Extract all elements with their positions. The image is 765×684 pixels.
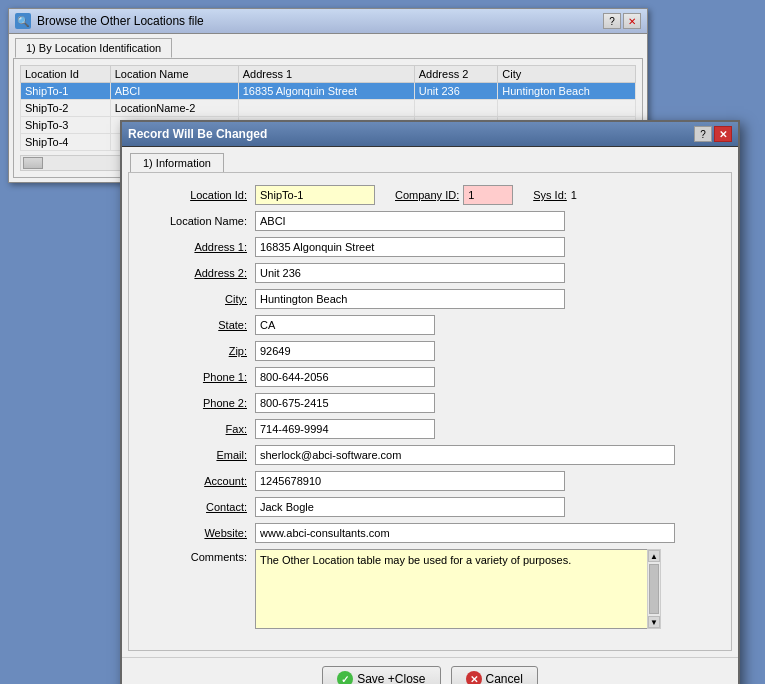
city-input[interactable] (255, 289, 565, 309)
website-input[interactable] (255, 523, 675, 543)
account-label: Account: (145, 475, 255, 487)
phone1-label: Phone 1: (145, 371, 255, 383)
scroll-thumb[interactable] (649, 564, 659, 614)
location-name-label: Location Name: (145, 215, 255, 227)
table-row[interactable]: ShipTo-2LocationName-2 (21, 100, 636, 117)
cancel-label: Cancel (486, 672, 523, 684)
scroll-down-arrow[interactable]: ▼ (648, 616, 660, 628)
account-row: Account: (145, 471, 715, 491)
state-row: State: (145, 315, 715, 335)
scroll-up-arrow[interactable]: ▲ (648, 550, 660, 562)
record-dialog-title: Record Will Be Changed (128, 127, 267, 141)
address1-row: Address 1: (145, 237, 715, 257)
col-address2: Address 2 (414, 66, 498, 83)
email-input[interactable] (255, 445, 675, 465)
comments-scrollbar[interactable]: ▲ ▼ (647, 549, 661, 629)
browse-titlebar: 🔍 Browse the Other Locations file ? ✕ (9, 9, 647, 34)
table-row[interactable]: ShipTo-1ABCI16835 Algonquin StreetUnit 2… (21, 83, 636, 100)
fax-row: Fax: (145, 419, 715, 439)
fax-label: Fax: (145, 423, 255, 435)
address1-input[interactable] (255, 237, 565, 257)
record-form-content: Location Id: Company ID: Sys Id: 1 Locat… (128, 172, 732, 651)
save-close-button[interactable]: ✓ Save +Close (322, 666, 440, 684)
email-label: Email: (145, 449, 255, 461)
city-row: City: (145, 289, 715, 309)
sys-id-value: 1 (571, 189, 577, 201)
phone2-input[interactable] (255, 393, 435, 413)
col-city: City (498, 66, 636, 83)
phone2-label: Phone 2: (145, 397, 255, 409)
contact-row: Contact: (145, 497, 715, 517)
browse-window-title: Browse the Other Locations file (37, 14, 204, 28)
phone2-row: Phone 2: (145, 393, 715, 413)
browse-close-button[interactable]: ✕ (623, 13, 641, 29)
company-id-label: Company ID: (395, 189, 459, 201)
browse-window-icon: 🔍 (15, 13, 31, 29)
fax-input[interactable] (255, 419, 435, 439)
tab-information[interactable]: 1) Information (130, 153, 224, 172)
record-tab-bar: 1) Information (122, 147, 738, 172)
city-label: City: (145, 293, 255, 305)
address2-input[interactable] (255, 263, 565, 283)
address2-label: Address 2: (145, 267, 255, 279)
record-titlebar: Record Will Be Changed ? ✕ (122, 122, 738, 147)
tab-by-location-identification[interactable]: 1) By Location Identification (15, 38, 172, 58)
cancel-icon: ✕ (466, 671, 482, 684)
scrollbar-thumb[interactable] (23, 157, 43, 169)
record-close-button[interactable]: ✕ (714, 126, 732, 142)
state-input[interactable] (255, 315, 435, 335)
browse-help-button[interactable]: ? (603, 13, 621, 29)
contact-label: Contact: (145, 501, 255, 513)
dialog-footer: ✓ Save +Close ✕ Cancel (122, 657, 738, 684)
save-icon: ✓ (337, 671, 353, 684)
zip-row: Zip: (145, 341, 715, 361)
location-name-input[interactable] (255, 211, 565, 231)
account-input[interactable] (255, 471, 565, 491)
website-label: Website: (145, 527, 255, 539)
phone1-input[interactable] (255, 367, 435, 387)
location-name-row: Location Name: (145, 211, 715, 231)
state-label: State: (145, 319, 255, 331)
zip-label: Zip: (145, 345, 255, 357)
comments-label: Comments: (145, 549, 255, 563)
browse-tab-bar: 1) By Location Identification (9, 34, 647, 58)
location-id-label: Location Id: (145, 189, 255, 201)
address2-row: Address 2: (145, 263, 715, 283)
col-location-id: Location Id (21, 66, 111, 83)
sys-id-label: Sys Id: (533, 189, 567, 201)
zip-input[interactable] (255, 341, 435, 361)
email-row: Email: (145, 445, 715, 465)
contact-input[interactable] (255, 497, 565, 517)
col-location-name: Location Name (110, 66, 238, 83)
col-address1: Address 1 (238, 66, 414, 83)
cancel-button[interactable]: ✕ Cancel (451, 666, 538, 684)
record-dialog: Record Will Be Changed ? ✕ 1) Informatio… (120, 120, 740, 684)
comments-textarea[interactable]: The Other Location table may be used for… (255, 549, 661, 629)
comments-wrapper: The Other Location table may be used for… (255, 549, 661, 632)
location-id-row: Location Id: Company ID: Sys Id: 1 (145, 185, 715, 205)
address1-label: Address 1: (145, 241, 255, 253)
comments-row: Comments: The Other Location table may b… (145, 549, 715, 632)
phone1-row: Phone 1: (145, 367, 715, 387)
save-close-label: Save +Close (357, 672, 425, 684)
website-row: Website: (145, 523, 715, 543)
location-id-input[interactable] (255, 185, 375, 205)
company-id-input[interactable] (463, 185, 513, 205)
record-help-button[interactable]: ? (694, 126, 712, 142)
